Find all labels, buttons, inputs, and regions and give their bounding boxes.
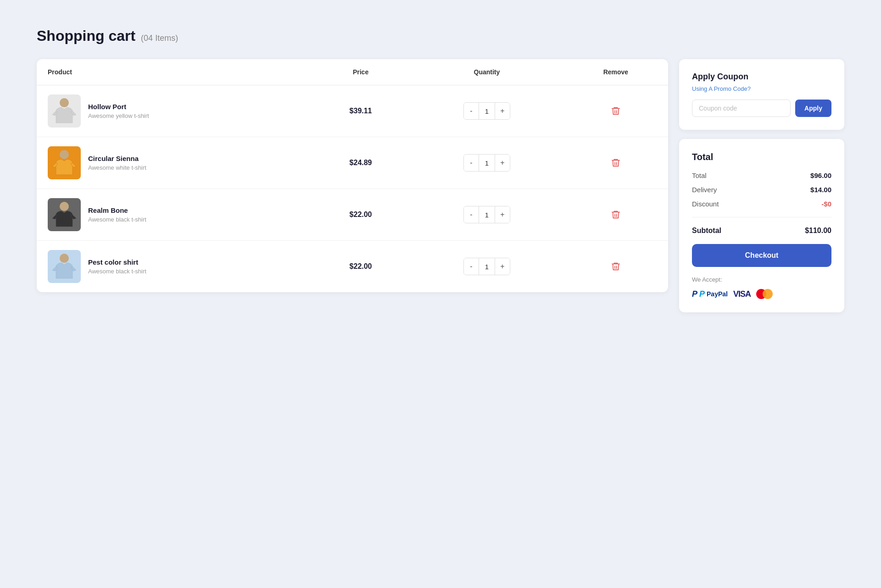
coupon-title: Apply Coupon bbox=[692, 72, 831, 82]
payment-icons: P P PayPal VISA bbox=[692, 288, 831, 300]
qty-minus-realm-bone[interactable]: - bbox=[464, 206, 479, 223]
mastercard-icon bbox=[756, 288, 773, 300]
remove-button-pest-color-shirt[interactable] bbox=[609, 260, 623, 273]
product-desc-circular-sienna: Awesome white t-shirt bbox=[88, 164, 146, 171]
col-quantity-header: Quantity bbox=[410, 59, 563, 85]
total-label: Total bbox=[692, 172, 707, 179]
price-cell-realm-bone: $22.00 bbox=[311, 189, 410, 241]
product-cell-hollow-port: Hollow Port Awesome yellow t-shirt bbox=[37, 85, 311, 137]
right-panel: Apply Coupon Using A Promo Code? Apply T… bbox=[679, 59, 844, 312]
main-layout: Product Price Quantity Remove bbox=[37, 59, 844, 312]
quantity-control-circular-sienna: - 1 + bbox=[463, 154, 510, 172]
total-row-total: Total $96.00 bbox=[692, 172, 831, 179]
qty-value-realm-bone: 1 bbox=[479, 206, 495, 223]
remove-cell-circular-sienna bbox=[563, 137, 668, 189]
svg-point-2 bbox=[60, 202, 69, 211]
total-section-title: Total bbox=[692, 152, 831, 162]
col-product-header: Product bbox=[37, 59, 311, 85]
subtotal-row: Subtotal $110.00 bbox=[692, 227, 831, 235]
delivery-label: Delivery bbox=[692, 186, 717, 194]
delivery-value: $14.00 bbox=[810, 186, 831, 194]
remove-cell-hollow-port bbox=[563, 85, 668, 137]
svg-point-3 bbox=[60, 254, 69, 263]
trash-icon bbox=[611, 210, 621, 220]
table-row: Pest color shirt Awesome black t-shirt $… bbox=[37, 241, 668, 293]
col-price-header: Price bbox=[311, 59, 410, 85]
visa-icon: VISA bbox=[733, 289, 751, 299]
apply-button[interactable]: Apply bbox=[795, 100, 831, 117]
product-name-realm-bone: Realm Bone bbox=[88, 206, 146, 214]
price-cell-hollow-port: $39.11 bbox=[311, 85, 410, 137]
total-rows: Total $96.00 Delivery $14.00 Discount -$… bbox=[692, 172, 831, 217]
page-header: Shopping cart (04 Items) bbox=[37, 28, 844, 44]
qty-plus-realm-bone[interactable]: + bbox=[495, 206, 510, 223]
remove-cell-realm-bone bbox=[563, 189, 668, 241]
paypal-icon: P P PayPal bbox=[692, 289, 728, 299]
trash-icon bbox=[611, 261, 621, 272]
table-row: Realm Bone Awesome black t-shirt $22.00 … bbox=[37, 189, 668, 241]
total-row-delivery: Delivery $14.00 bbox=[692, 186, 831, 194]
qty-value-pest-color-shirt: 1 bbox=[479, 258, 495, 275]
qty-minus-pest-color-shirt[interactable]: - bbox=[464, 258, 479, 275]
product-cell-circular-sienna: Circular Sienna Awesome white t-shirt bbox=[37, 137, 311, 189]
coupon-input[interactable] bbox=[692, 100, 791, 117]
page-title: Shopping cart bbox=[37, 28, 135, 44]
price-cell-circular-sienna: $24.89 bbox=[311, 137, 410, 189]
qty-value-hollow-port: 1 bbox=[479, 103, 495, 119]
qty-value-circular-sienna: 1 bbox=[479, 155, 495, 171]
quantity-control-hollow-port: - 1 + bbox=[463, 102, 510, 120]
remove-button-hollow-port[interactable] bbox=[609, 104, 623, 118]
svg-point-1 bbox=[60, 150, 69, 159]
subtotal-value: $110.00 bbox=[805, 227, 831, 235]
total-value: $96.00 bbox=[810, 172, 831, 179]
quantity-cell-realm-bone: - 1 + bbox=[410, 189, 563, 241]
table-row: Circular Sienna Awesome white t-shirt $2… bbox=[37, 137, 668, 189]
cart-table: Product Price Quantity Remove bbox=[37, 59, 668, 292]
col-remove-header: Remove bbox=[563, 59, 668, 85]
qty-minus-hollow-port[interactable]: - bbox=[464, 103, 479, 119]
qty-plus-circular-sienna[interactable]: + bbox=[495, 155, 510, 171]
product-desc-realm-bone: Awesome black t-shirt bbox=[88, 216, 146, 223]
product-name-circular-sienna: Circular Sienna bbox=[88, 155, 146, 162]
cart-section: Product Price Quantity Remove bbox=[37, 59, 668, 292]
remove-button-realm-bone[interactable] bbox=[609, 208, 623, 222]
item-count: (04 Items) bbox=[141, 33, 178, 43]
we-accept-label: We Accept: bbox=[692, 276, 831, 283]
remove-button-circular-sienna[interactable] bbox=[609, 156, 623, 170]
discount-value: -$0 bbox=[821, 200, 831, 208]
subtotal-label: Subtotal bbox=[692, 227, 721, 235]
price-cell-pest-color-shirt: $22.00 bbox=[311, 241, 410, 293]
product-name-pest-color-shirt: Pest color shirt bbox=[88, 258, 146, 266]
coupon-card: Apply Coupon Using A Promo Code? Apply bbox=[679, 59, 844, 130]
coupon-subtitle: Using A Promo Code? bbox=[692, 85, 831, 92]
product-cell-pest-color-shirt: Pest color shirt Awesome black t-shirt bbox=[37, 241, 311, 293]
product-desc-pest-color-shirt: Awesome black t-shirt bbox=[88, 268, 146, 275]
discount-label: Discount bbox=[692, 200, 719, 208]
qty-plus-pest-color-shirt[interactable]: + bbox=[495, 258, 510, 275]
total-row-discount: Discount -$0 bbox=[692, 200, 831, 208]
coupon-input-row: Apply bbox=[692, 100, 831, 117]
product-cell-realm-bone: Realm Bone Awesome black t-shirt bbox=[37, 189, 311, 241]
checkout-button[interactable]: Checkout bbox=[692, 244, 831, 267]
table-row: Hollow Port Awesome yellow t-shirt $39.1… bbox=[37, 85, 668, 137]
product-desc-hollow-port: Awesome yellow t-shirt bbox=[88, 112, 149, 119]
quantity-cell-circular-sienna: - 1 + bbox=[410, 137, 563, 189]
quantity-cell-pest-color-shirt: - 1 + bbox=[410, 241, 563, 293]
remove-cell-pest-color-shirt bbox=[563, 241, 668, 293]
trash-icon bbox=[611, 106, 621, 116]
svg-point-0 bbox=[60, 98, 69, 107]
quantity-control-pest-color-shirt: - 1 + bbox=[463, 258, 510, 275]
quantity-cell-hollow-port: - 1 + bbox=[410, 85, 563, 137]
product-name-hollow-port: Hollow Port bbox=[88, 103, 149, 111]
trash-icon bbox=[611, 158, 621, 168]
qty-minus-circular-sienna[interactable]: - bbox=[464, 155, 479, 171]
table-header-row: Product Price Quantity Remove bbox=[37, 59, 668, 85]
quantity-control-realm-bone: - 1 + bbox=[463, 206, 510, 223]
qty-plus-hollow-port[interactable]: + bbox=[495, 103, 510, 119]
total-card: Total Total $96.00 Delivery $14.00 Disco… bbox=[679, 139, 844, 312]
